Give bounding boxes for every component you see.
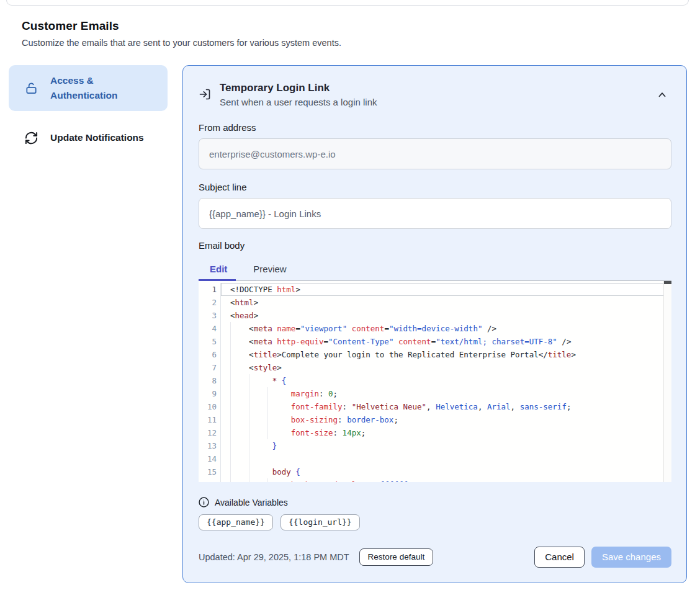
line-number: 4 bbox=[199, 322, 217, 335]
indent-guide bbox=[249, 465, 267, 478]
indent-guide bbox=[249, 452, 267, 465]
code-text: <title>Complete your login to the Replic… bbox=[220, 348, 671, 361]
code-line: 1<!DOCTYPE html> bbox=[199, 283, 671, 296]
panel-header: Temporary Login Link Sent when a user re… bbox=[199, 82, 671, 107]
cancel-button[interactable]: Cancel bbox=[534, 547, 585, 568]
editor-lines: 1<!DOCTYPE html>2<html>3<head>4<meta nam… bbox=[199, 281, 671, 482]
code-text: background-color: #ffffff; bbox=[220, 478, 671, 482]
indent-guide bbox=[230, 478, 249, 482]
variable-chip[interactable]: {{login_url}} bbox=[280, 514, 360, 530]
content: Access & Authentication Update Notificat… bbox=[9, 65, 687, 583]
indent-guide bbox=[249, 374, 267, 387]
code-line: 6<title>Complete your login to the Repli… bbox=[199, 348, 671, 361]
sidebar-item-label: Update Notifications bbox=[50, 130, 144, 145]
code-text bbox=[220, 452, 671, 465]
refresh-icon bbox=[24, 130, 38, 145]
code-text: <html> bbox=[220, 296, 671, 309]
line-number: 12 bbox=[199, 426, 217, 439]
indent-guide bbox=[249, 439, 267, 452]
save-changes-button[interactable]: Save changes bbox=[591, 547, 671, 568]
code-line: 3<head> bbox=[199, 309, 671, 322]
code-text: * { bbox=[220, 374, 671, 387]
indent-guide bbox=[230, 400, 249, 413]
line-number: 16 bbox=[199, 478, 217, 482]
page-title: Customer Emails bbox=[22, 19, 678, 33]
indent-guide bbox=[249, 426, 267, 439]
info-icon bbox=[199, 497, 209, 507]
indent-guide bbox=[230, 374, 249, 387]
line-number: 15 bbox=[199, 465, 217, 478]
indent-guide bbox=[267, 387, 286, 400]
code-line: 16 background-color: #ffffff; bbox=[199, 478, 671, 482]
code-text: box-sizing: border-box; bbox=[220, 413, 671, 426]
line-number: 1 bbox=[199, 283, 217, 296]
code-text: margin: 0; bbox=[220, 387, 671, 400]
code-line: 9 margin: 0; bbox=[199, 387, 671, 400]
editor-tabs: Edit Preview bbox=[199, 258, 671, 280]
editor-scrollbar-thumb[interactable] bbox=[664, 281, 671, 284]
panel-subtitle: Sent when a user requests a login link bbox=[220, 97, 377, 107]
tab-preview[interactable]: Preview bbox=[238, 258, 301, 280]
variable-chip[interactable]: {{app_name}} bbox=[199, 514, 273, 530]
from-address-input[interactable] bbox=[199, 138, 671, 169]
code-line: 10 font-family: "Helvetica Neue", Helvet… bbox=[199, 400, 671, 413]
line-number: 10 bbox=[199, 400, 217, 413]
line-number: 2 bbox=[199, 296, 217, 309]
code-line: 2<html> bbox=[199, 296, 671, 309]
available-variables-label: Available Variables bbox=[215, 498, 288, 507]
indent-guide bbox=[249, 387, 267, 400]
lock-icon bbox=[24, 81, 38, 96]
variable-chips: {{app_name}}{{login_url}} bbox=[199, 514, 671, 530]
indent-guide bbox=[230, 361, 249, 374]
indent-guide bbox=[230, 452, 249, 465]
restore-default-button[interactable]: Restore default bbox=[359, 548, 434, 566]
code-editor[interactable]: 1<!DOCTYPE html>2<html>3<head>4<meta nam… bbox=[199, 280, 671, 482]
indent-guide bbox=[230, 439, 249, 452]
previous-card-bottom-edge bbox=[6, 0, 689, 6]
page-subtitle: Customize the emails that are sent to yo… bbox=[22, 38, 678, 48]
sidebar: Access & Authentication Update Notificat… bbox=[9, 65, 168, 153]
line-number: 9 bbox=[199, 387, 217, 400]
code-text: font-family: "Helvetica Neue", Helvetica… bbox=[220, 400, 671, 413]
editor-scrollbar[interactable] bbox=[663, 281, 671, 482]
code-text: <meta http-equiv="Content-Type" content=… bbox=[220, 335, 671, 348]
code-text: } bbox=[220, 439, 671, 452]
panel-title: Temporary Login Link bbox=[220, 82, 377, 94]
line-number: 5 bbox=[199, 335, 217, 348]
indent-guide bbox=[267, 426, 286, 439]
code-text: font-size: 14px; bbox=[220, 426, 671, 439]
active-tab-underline bbox=[199, 279, 236, 281]
line-number: 11 bbox=[199, 413, 217, 426]
code-text: <meta name="viewport" content="width=dev… bbox=[220, 322, 671, 335]
line-number: 8 bbox=[199, 374, 217, 387]
indent-guide bbox=[230, 387, 249, 400]
code-text: body { bbox=[220, 465, 671, 478]
line-number: 13 bbox=[199, 439, 217, 452]
code-line: 4<meta name="viewport" content="width=de… bbox=[199, 322, 671, 335]
updated-timestamp: Updated: Apr 29, 2025, 1:18 PM MDT bbox=[199, 552, 349, 562]
indent-guide bbox=[230, 426, 249, 439]
subject-line-input[interactable] bbox=[199, 198, 671, 229]
page-header: Customer Emails Customize the emails tha… bbox=[22, 19, 678, 48]
line-number: 14 bbox=[199, 452, 217, 465]
line-number: 7 bbox=[199, 361, 217, 374]
code-line: 14 bbox=[199, 452, 671, 465]
indent-guide bbox=[230, 413, 249, 426]
tab-edit[interactable]: Edit bbox=[199, 258, 238, 280]
sidebar-item-update-notifications[interactable]: Update Notifications bbox=[9, 122, 168, 153]
indent-guide bbox=[249, 400, 267, 413]
indent-guide bbox=[230, 348, 249, 361]
code-line: 15 body { bbox=[199, 465, 671, 478]
sidebar-item-label: Access & Authentication bbox=[50, 73, 159, 103]
code-line: 5<meta http-equiv="Content-Type" content… bbox=[199, 335, 671, 348]
chevron-up-icon[interactable] bbox=[657, 89, 668, 101]
code-line: 11 box-sizing: border-box; bbox=[199, 413, 671, 426]
sidebar-item-access-authentication[interactable]: Access & Authentication bbox=[9, 65, 168, 111]
indent-guide bbox=[249, 478, 267, 482]
from-address-label: From address bbox=[199, 122, 671, 133]
indent-guide bbox=[267, 413, 286, 426]
code-line: 12 font-size: 14px; bbox=[199, 426, 671, 439]
code-text: <head> bbox=[220, 309, 671, 322]
indent-guide bbox=[230, 465, 249, 478]
code-line: 8 * { bbox=[199, 374, 671, 387]
